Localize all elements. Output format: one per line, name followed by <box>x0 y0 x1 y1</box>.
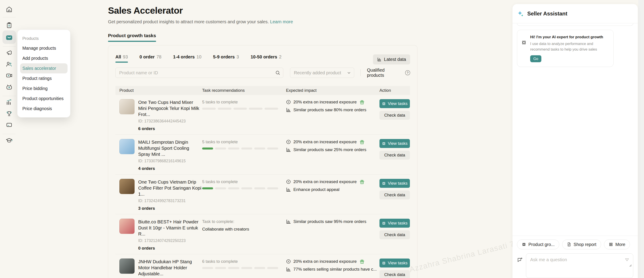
view-tasks-button[interactable]: View tasks <box>380 179 410 188</box>
filter-tab-10-50-orders[interactable]: 10-50 orders2 <box>251 54 282 63</box>
tab-label: Product growth tasks <box>108 33 156 38</box>
sidebar-item-products[interactable] <box>2 31 16 44</box>
impact-line: 77% sellers selling similar products hav… <box>286 267 380 272</box>
progress-segment <box>215 267 226 269</box>
sidebar-divider <box>3 46 16 47</box>
check-data-button[interactable]: Check data <box>380 230 410 239</box>
task-progress <box>202 108 278 110</box>
affiliate-users-icon <box>6 61 13 68</box>
finance-card-icon <box>6 121 13 128</box>
product-name[interactable]: Biutte.co BEST+ Hair Powder Dust It 10gr… <box>138 219 202 237</box>
assistant-pill-product-gro-[interactable]: Product gro... <box>517 239 559 249</box>
sidebar-item-analytics[interactable] <box>6 99 13 106</box>
analytics-icon <box>6 99 13 106</box>
sidebar-item-content[interactable] <box>6 72 13 79</box>
flyout-item-add-products[interactable]: Add products <box>18 53 70 63</box>
progress-segment <box>228 147 239 150</box>
progress-segment <box>249 108 262 110</box>
progress-segment <box>215 147 226 150</box>
impact-cell: 20% extra on increased exposure77% selle… <box>286 258 380 272</box>
flyout-item-product-opportunities[interactable]: Product opportunities <box>18 94 70 104</box>
impact-cell: 20% extra on increased exposureSimilar p… <box>286 139 380 152</box>
product-image[interactable] <box>120 99 134 114</box>
sort-dropdown[interactable]: Recently added product <box>290 68 354 78</box>
check-data-button[interactable]: Check data <box>380 111 410 120</box>
product-image[interactable] <box>120 139 134 154</box>
product-image[interactable] <box>120 219 134 234</box>
academy-icon <box>6 137 13 144</box>
go-button[interactable]: Go <box>530 55 541 62</box>
filter-tab-0-order[interactable]: 0 order78 <box>140 54 162 63</box>
flyout-item-product-ratings[interactable]: Product ratings <box>18 73 70 84</box>
flyout-item-sales-accelerator[interactable]: Sales accelerator <box>20 63 68 73</box>
assistant-pill-more[interactable]: More <box>604 239 630 249</box>
sidebar-item-orders[interactable] <box>6 22 13 29</box>
chevron-down-icon <box>347 71 351 75</box>
sidebar-item-affiliate[interactable] <box>6 61 13 68</box>
tab-active-underline <box>108 41 156 42</box>
progress-segment <box>267 147 278 150</box>
learn-more-link[interactable]: Learn more <box>270 19 293 24</box>
help-icon[interactable]: ? <box>405 70 410 75</box>
sidebar-item-rewards[interactable] <box>6 110 13 117</box>
check-data-button[interactable]: Check data <box>380 270 410 278</box>
check-data-button[interactable]: Check data <box>380 190 410 199</box>
product-id: ID: 1732424992783173231 <box>138 198 202 203</box>
assistant-intro-title: Hi! I'm your AI expert for product growt… <box>530 35 603 39</box>
latest-data-button[interactable]: Latest data <box>373 54 410 65</box>
tasks-label: Task to complete: <box>202 219 286 224</box>
assistant-pill-shop-report[interactable]: Shop report <box>562 239 601 249</box>
product-name[interactable]: MAILI Semprotan Dingin Multifungsi Sport… <box>138 139 202 157</box>
page-subtitle: Get personalized product insights to att… <box>108 19 418 25</box>
search-icon[interactable] <box>275 70 280 75</box>
table-row: MAILI Semprotan Dingin Multifungsi Sport… <box>116 135 410 175</box>
action-cell: View tasks Check data <box>380 139 410 160</box>
ask-input[interactable] <box>526 253 633 278</box>
product-cell: Biutte.co BEST+ Hair Powder Dust It 10gr… <box>120 219 202 251</box>
sidebar-item-academy[interactable] <box>6 137 13 144</box>
resize-handle-icon[interactable] <box>628 263 632 267</box>
flyout-item-price-diagnosis[interactable]: Price diagnosis <box>18 104 70 114</box>
assistant-intro-card: Hi! I'm your AI expert for product growt… <box>517 30 614 67</box>
seller-assistant-panel: Seller Assistant Hi! I'm your AI expert … <box>512 4 638 278</box>
progress-segment <box>228 187 239 189</box>
new-chat-icon[interactable] <box>517 257 523 263</box>
sidebar-item-home[interactable] <box>6 6 13 13</box>
task-name: Collaborate with creators <box>202 227 286 232</box>
product-name[interactable]: One Two Cups Vietnam Drip Coffee Filter … <box>138 179 202 197</box>
orders-icon <box>6 22 13 29</box>
view-tasks-button[interactable]: View tasks <box>380 139 410 148</box>
sidebar-item-marketing[interactable] <box>6 50 13 57</box>
sidebar-item-finance[interactable] <box>6 121 13 128</box>
view-tasks-button[interactable]: View tasks <box>380 99 410 108</box>
tab-product-growth-tasks[interactable]: Product growth tasks <box>108 33 156 42</box>
product-image[interactable] <box>120 179 134 194</box>
flyout-item-manage-products[interactable]: Manage products <box>18 43 70 53</box>
filter-tab-1-4-orders[interactable]: 1-4 orders10 <box>173 54 202 63</box>
progress-segment <box>234 108 247 110</box>
search-input[interactable] <box>116 68 283 78</box>
product-name[interactable]: JNHW Dudukan HP Stang Motor Handlebar Ho… <box>138 258 202 277</box>
trophy-icon <box>6 110 13 117</box>
progress-segment <box>267 267 278 269</box>
impact-line: 20% extra on increased exposure <box>286 179 380 184</box>
quick-action-pills: Product gro...Shop reportMore <box>517 239 633 249</box>
tasks-knot-icon <box>382 102 386 106</box>
view-tasks-button[interactable]: View tasks <box>380 258 410 267</box>
flyout-item-price-bidding[interactable]: Price bidding <box>18 84 70 94</box>
product-name[interactable]: One Two Cups Hand Mixer Mini Pengocok Te… <box>138 99 202 117</box>
impact-line: 20% extra on increased exposure <box>286 259 380 264</box>
sidebar-item-live[interactable] <box>6 84 13 91</box>
sidebar-divider <box>3 96 16 96</box>
progress-segment <box>241 187 252 189</box>
bar-chart-icon <box>377 57 382 62</box>
product-image[interactable] <box>120 258 134 274</box>
impact-line: 20% extra on increased exposure <box>286 139 380 144</box>
filter-tab-5-9-orders[interactable]: 5-9 orders3 <box>213 54 239 63</box>
send-icon[interactable] <box>624 257 630 262</box>
home-icon <box>6 6 13 13</box>
view-tasks-button[interactable]: View tasks <box>380 219 410 228</box>
filter-tab-all[interactable]: All93 <box>116 54 128 63</box>
check-data-button[interactable]: Check data <box>380 151 410 160</box>
progress-segment <box>254 187 265 189</box>
